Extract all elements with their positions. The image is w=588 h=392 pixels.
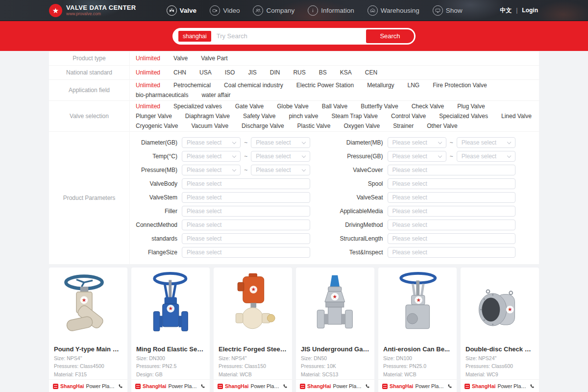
param-input[interactable] (182, 247, 310, 258)
product-title[interactable]: Electric Forged Steel Bal... (214, 345, 292, 354)
phone-icon[interactable] (530, 384, 535, 389)
param-input[interactable] (388, 178, 516, 189)
card-footer[interactable]: ShangHaiPower Plant Valve ... (378, 379, 457, 392)
filter-option[interactable]: Coal chemical industry (224, 80, 283, 90)
filter-option[interactable]: Gate Valve (235, 101, 264, 111)
product-title[interactable]: Anti-erosion Can Be... (378, 345, 457, 354)
param-input[interactable] (388, 192, 516, 203)
card-footer[interactable]: ShangHaiPower Plant Valve ... (214, 379, 292, 392)
filter-option[interactable]: CEN (365, 68, 377, 77)
filter-option[interactable]: Petrochemical (173, 80, 211, 90)
param-input[interactable] (388, 220, 516, 230)
filter-option[interactable]: Unlimited (136, 101, 160, 111)
card-footer[interactable]: ShangHaiPower Plant Valve ... (461, 379, 539, 392)
filter-option[interactable]: Unlimited (136, 53, 160, 63)
product-card[interactable]: ★Double-disc Check ValveSize: NPS24"Pres… (461, 268, 539, 392)
param-select[interactable]: Please select (182, 137, 241, 148)
filter-option[interactable]: bio-pharmaceuticals (136, 90, 188, 100)
param-input[interactable] (182, 192, 310, 203)
filter-option[interactable]: Lined Valve (501, 111, 532, 121)
filter-option[interactable]: Other Valve (427, 121, 457, 131)
nav-item-company[interactable]: Company (253, 5, 294, 16)
filter-option[interactable]: Globe Valve (277, 101, 308, 111)
filter-option[interactable]: LNG (408, 80, 420, 90)
filter-option[interactable]: Check Valve (412, 101, 444, 111)
card-footer[interactable]: ShangHaiPower Plant Valve ... (296, 379, 374, 392)
card-footer[interactable]: ShangHaiPower Plant Valve ... (49, 379, 127, 392)
filter-option[interactable]: Fire Protection Valve (433, 80, 487, 90)
login-link[interactable]: Login (522, 7, 538, 14)
filter-option[interactable]: CHN (173, 68, 186, 77)
phone-icon[interactable] (365, 384, 370, 389)
search-button[interactable]: Search (366, 29, 414, 43)
nav-item-show[interactable]: Show (433, 5, 463, 16)
filter-option[interactable]: Electric Power Station (296, 80, 354, 90)
param-select[interactable]: Please select (457, 151, 515, 162)
filter-option[interactable]: Plunger Valve (136, 111, 172, 121)
filter-option[interactable]: Safety Valve (243, 111, 275, 121)
search-input[interactable] (211, 32, 366, 40)
param-input[interactable] (388, 233, 516, 244)
filter-option[interactable]: Vacuum Valve (191, 121, 228, 131)
filter-option[interactable]: RUS (293, 68, 305, 77)
filter-option[interactable]: KSA (340, 68, 352, 77)
param-input[interactable] (388, 206, 516, 217)
language-switch[interactable]: 中文 (500, 6, 512, 15)
param-input[interactable] (182, 206, 310, 217)
product-card[interactable]: ★JIS Underground Gate...Size: DN50Pressu… (296, 268, 374, 392)
nav-item-information[interactable]: Information (308, 5, 354, 16)
filter-option[interactable]: Plastic Valve (297, 121, 331, 131)
filter-option[interactable]: Cryogenic Valve (136, 121, 178, 131)
phone-icon[interactable] (118, 384, 123, 389)
filter-option[interactable]: DIN (270, 68, 280, 77)
param-select[interactable]: Please select (388, 137, 446, 148)
filter-option[interactable]: Unlimited (136, 80, 160, 90)
param-input[interactable] (182, 178, 310, 189)
filter-option[interactable]: Valve Part (201, 53, 227, 63)
param-select[interactable]: Please select (182, 151, 241, 162)
param-input[interactable] (182, 220, 310, 230)
filter-option[interactable]: JIS (248, 68, 256, 77)
card-footer[interactable]: ShangHaiPower Plant Valve ... (131, 379, 210, 392)
param-select[interactable]: Please select (251, 137, 310, 148)
nav-item-video[interactable]: Video (210, 5, 240, 16)
phone-icon[interactable] (200, 384, 206, 389)
nav-item-warehousing[interactable]: Warehousing (368, 5, 419, 16)
filter-option[interactable]: Valve (173, 53, 188, 63)
product-title[interactable]: Ming Rod Elastic Seat... (131, 345, 210, 354)
param-select[interactable]: Please select (388, 151, 446, 162)
param-select[interactable]: Please select (251, 165, 310, 175)
param-input[interactable] (388, 165, 516, 175)
filter-option[interactable]: Discharge Valve (242, 121, 284, 131)
filter-option[interactable]: BS (319, 68, 327, 77)
filter-option[interactable]: Control Valve (391, 111, 426, 121)
filter-option[interactable]: Oxygen Valve (343, 121, 380, 131)
filter-option[interactable]: ISO (225, 68, 235, 77)
param-select[interactable]: Please select (457, 137, 515, 148)
nav-item-valve[interactable]: Valve (167, 5, 197, 16)
filter-option[interactable]: Steam Trap Valve (332, 111, 378, 121)
filter-option[interactable]: USA (199, 68, 212, 77)
param-select[interactable]: Please select (182, 165, 241, 175)
filter-option[interactable]: pinch valve (289, 111, 318, 121)
filter-option[interactable]: Specialized Valves (439, 111, 488, 121)
product-card[interactable]: ★Ming Rod Elastic Seat...Size: DN300Pres… (131, 268, 210, 392)
phone-icon[interactable] (447, 384, 453, 389)
phone-icon[interactable] (283, 384, 288, 389)
param-input[interactable] (388, 247, 516, 258)
site-logo[interactable]: ★ VALVE DATA CENTER www.provalve.com (49, 4, 136, 17)
product-card[interactable]: ★Electric Forged Steel Bal...Size: NPS4"… (214, 268, 292, 392)
filter-option[interactable]: Specialized valves (173, 101, 222, 111)
filter-option[interactable]: Strainer (393, 121, 414, 131)
search-keyword-tag[interactable]: shanghai (178, 31, 211, 42)
product-title[interactable]: Double-disc Check Valve (461, 345, 539, 354)
param-select[interactable]: Please select (251, 151, 310, 162)
product-title[interactable]: Pound Y-type Main Stea... (49, 345, 127, 354)
product-card[interactable]: ★Pound Y-type Main Stea...Size: NPS4"Pre… (49, 268, 127, 392)
filter-option[interactable]: Metallurgy (367, 80, 394, 90)
product-card[interactable]: ★Anti-erosion Can Be...Size: DN100Pressu… (378, 268, 457, 392)
filter-option[interactable]: Ball Valve (322, 101, 347, 111)
filter-option[interactable]: Diaphragm Valve (185, 111, 230, 121)
filter-option[interactable]: Plug Valve (457, 101, 485, 111)
filter-option[interactable]: water affair (201, 90, 230, 100)
